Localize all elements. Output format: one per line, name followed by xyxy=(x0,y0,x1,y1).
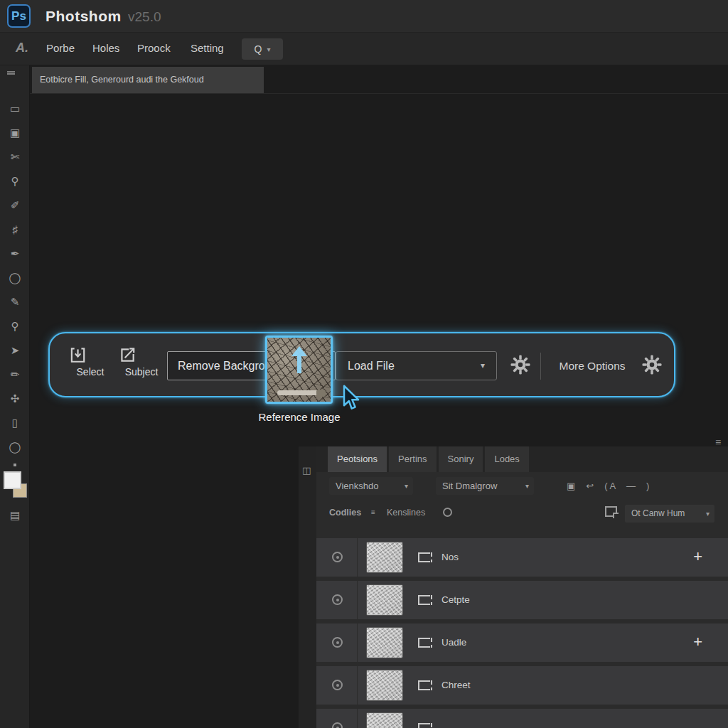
tab-lodes[interactable]: Lodes xyxy=(485,446,528,472)
tooltip-text: Eotbicre Fill, Generourd audi the Gekfou… xyxy=(32,67,264,93)
pen-tool[interactable]: ✒ xyxy=(0,245,30,262)
frame-tool[interactable]: ▣ xyxy=(0,124,30,141)
quick-mask-icon[interactable]: ▤ xyxy=(0,507,30,524)
adjustment-filter-icon[interactable]: ↩ xyxy=(586,477,594,495)
mode-filter-label: Sit Dmalgrow xyxy=(442,481,497,491)
chevron-down-icon: ▾ xyxy=(405,477,408,495)
layer-thumbnail[interactable] xyxy=(366,627,403,658)
brand-a-icon: A. xyxy=(16,41,28,55)
options-gear-button[interactable] xyxy=(641,354,663,375)
layer-thumbnail[interactable] xyxy=(366,542,403,573)
mode-filter-dropdown[interactable]: Sit Dmalgrow ▾ xyxy=(436,477,534,495)
left-toolbar: ▭ ▣ ✄ ⚲ ✐ ♯ ✒ ◯ ✎ ⚲ ➤ ✏ ✣ ▯ ◯ ▤ xyxy=(0,65,30,728)
layer-filter-row: Vienkshdo ▾ Sit Dmalgrow ▾ ▣ ↩ ( A — ) xyxy=(316,472,728,499)
ellipse-select-tool[interactable]: ◯ xyxy=(0,269,30,287)
layer-badge-icon xyxy=(418,595,430,605)
layer-name: Nos xyxy=(441,538,459,577)
kind-filter-dropdown[interactable]: Vienkshdo ▾ xyxy=(329,477,413,495)
lock-all-icon[interactable] xyxy=(443,508,452,517)
brush-tool[interactable]: ✏ xyxy=(0,366,30,383)
subject-icon xyxy=(118,346,136,364)
shape-filter-icon[interactable]: — xyxy=(626,477,636,495)
load-file-dropdown[interactable]: Load File ▾ xyxy=(336,351,497,380)
layer-row-5[interactable] xyxy=(316,709,728,728)
select-button[interactable]: Select xyxy=(68,346,112,378)
toolbar-collapse-icon[interactable] xyxy=(7,71,15,75)
menu-item-porbe[interactable]: Porbe xyxy=(46,42,75,54)
foreground-color-swatch[interactable] xyxy=(4,471,21,489)
tab-peotsions[interactable]: Peotsions xyxy=(328,446,387,472)
layer-name: Cetpte xyxy=(441,581,470,619)
zoom-tool[interactable]: ⚲ xyxy=(0,173,30,190)
ellipse-tool[interactable]: ◯ xyxy=(0,439,30,456)
upload-arrow-icon xyxy=(286,343,313,375)
more-options-button[interactable]: More Options xyxy=(546,360,638,373)
layer-thumbnail[interactable] xyxy=(366,712,403,728)
transform-lock-icon[interactable] xyxy=(605,506,617,517)
chevron-down-icon: ▾ xyxy=(267,46,270,53)
panel-collapse-icon[interactable]: ◫ xyxy=(302,465,311,476)
options-divider xyxy=(30,93,728,94)
lock-sub-label: Kenslines xyxy=(387,508,425,518)
search-icon: Q xyxy=(255,43,262,55)
visibility-eye-icon[interactable] xyxy=(332,552,343,562)
chevron-down-icon: ▾ xyxy=(525,477,529,495)
color-swatches[interactable] xyxy=(0,471,30,503)
lasso-tool[interactable]: ✄ xyxy=(0,149,30,166)
select-label: Select xyxy=(68,366,112,378)
rect-marquee-tool[interactable]: ▭ xyxy=(0,100,30,117)
menu-item-setting[interactable]: Setting xyxy=(191,42,224,54)
layers-panel: Peotsions Pertins Soniry Lodes Vienkshdo… xyxy=(316,446,728,728)
chevron-down-icon: ▾ xyxy=(481,352,485,380)
app-version: v25.0 xyxy=(128,9,161,25)
pixel-filter-icon[interactable]: ▣ xyxy=(567,477,575,495)
reference-image-thumbnail[interactable] xyxy=(265,336,333,404)
chevron-down-icon: ▾ xyxy=(706,505,710,523)
tool-dot xyxy=(14,464,16,466)
visibility-eye-icon[interactable] xyxy=(332,637,343,648)
layer-thumbnail[interactable] xyxy=(366,670,403,701)
select-icon xyxy=(68,346,87,364)
settings-gear-button[interactable] xyxy=(510,354,531,375)
subject-label: Subject xyxy=(118,366,165,378)
opacity-dropdown[interactable]: Ot Canw Hum ▾ xyxy=(625,505,714,523)
layer-badge-icon xyxy=(418,638,430,648)
add-icon[interactable]: + xyxy=(693,538,702,575)
visibility-eye-icon[interactable] xyxy=(332,680,343,690)
lock-mini-icon[interactable]: ≡ xyxy=(371,508,375,516)
mouse-cursor-icon xyxy=(341,384,362,411)
tab-soniry[interactable]: Soniry xyxy=(439,446,483,472)
stamp-tool[interactable]: ✎ xyxy=(0,294,30,311)
app-title: Photshom xyxy=(46,8,122,25)
search-button[interactable]: Q ▾ xyxy=(242,38,283,60)
layer-row-2[interactable]: Cetpte xyxy=(316,581,728,619)
lock-row: Codlies ≡ Kenslines Ot Canw Hum ▾ xyxy=(316,499,728,529)
rectangle-tool[interactable]: ▯ xyxy=(0,414,30,432)
app-window: Ps Photshom v25.0 A. Porbe Holes Proock … xyxy=(0,0,728,728)
visibility-eye-icon[interactable] xyxy=(332,722,343,728)
visibility-eye-icon[interactable] xyxy=(332,594,343,605)
lock-label: Codlies xyxy=(329,508,361,518)
move-tool[interactable]: ➤ xyxy=(0,342,30,359)
crop-tool[interactable]: ♯ xyxy=(0,221,30,238)
panel-dock-strip: ◫ xyxy=(299,446,316,728)
tab-pertins[interactable]: Pertins xyxy=(389,446,436,472)
smart-filter-icon[interactable]: ) xyxy=(646,477,649,495)
opacity-label: Ot Canw Hum xyxy=(631,508,685,518)
zoom-tool-secondary[interactable]: ⚲ xyxy=(0,318,30,335)
menu-item-holes[interactable]: Holes xyxy=(92,42,119,54)
reference-image-label: Reference Image xyxy=(239,411,360,423)
subject-button[interactable]: Subject xyxy=(118,346,165,378)
layer-row-4[interactable]: Chreet xyxy=(316,666,728,705)
ps-logo: Ps xyxy=(7,4,31,28)
panel-menu-icon[interactable]: ≡ xyxy=(715,437,721,448)
menu-item-proock[interactable]: Proock xyxy=(137,42,171,54)
add-icon[interactable]: + xyxy=(693,623,702,660)
layer-row-1[interactable]: Nos + xyxy=(316,538,728,577)
eyedropper-tool[interactable]: ✐ xyxy=(0,197,30,214)
layer-thumbnail[interactable] xyxy=(366,584,403,616)
type-filter-icon[interactable]: ( A xyxy=(604,477,616,495)
layer-name: Chreet xyxy=(441,666,471,705)
layer-row-3[interactable]: Uadle + xyxy=(316,623,728,662)
shape-tool[interactable]: ✣ xyxy=(0,390,30,407)
